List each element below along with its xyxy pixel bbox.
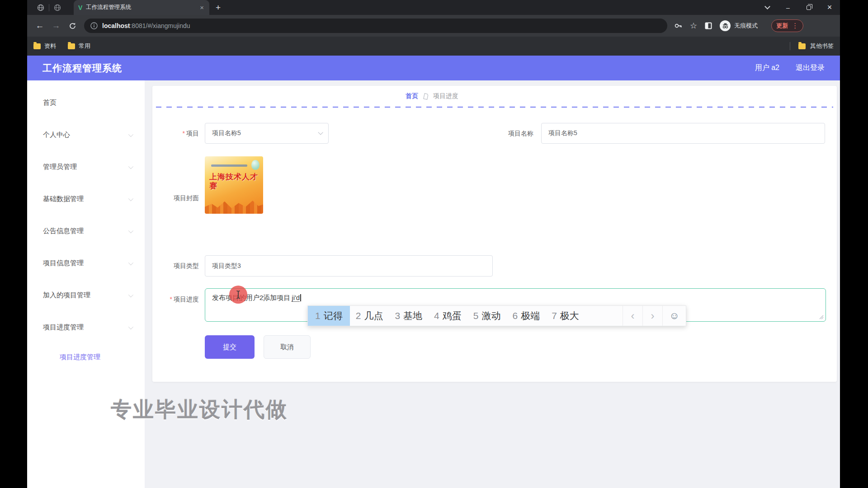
pinned-tab-1[interactable] [33, 0, 49, 15]
required-asterisk: * [183, 130, 185, 137]
candidate-word: 记得 [324, 310, 343, 322]
breadcrumb: 首页 项目进度 [406, 92, 458, 100]
cancel-button[interactable]: 取消 [264, 335, 311, 359]
ime-prev-page-button[interactable]: ‹ [623, 306, 642, 326]
restore-button[interactable] [798, 0, 819, 15]
info-icon [90, 22, 98, 29]
project-label: *项目 [152, 123, 199, 144]
back-button[interactable]: ← [32, 18, 48, 34]
other-bookmarks[interactable]: 其他书签 [790, 42, 834, 50]
sidebar-item-joined-project-mgmt[interactable]: 加入的项目管理 [27, 279, 145, 311]
vue-logo-icon: V [78, 4, 82, 11]
project-select[interactable]: 项目名称5 [205, 123, 329, 144]
active-tab[interactable]: V 工作流程管理系统 × [74, 0, 209, 15]
label-text: 项目名称 [508, 130, 533, 137]
chevron-icon [128, 324, 133, 329]
pinned-tab-2[interactable] [49, 0, 66, 15]
chevron-icon [128, 164, 133, 169]
candidate-word: 激动 [481, 310, 500, 322]
reload-button[interactable] [64, 18, 80, 34]
project-name-value: 项目名称5 [548, 129, 577, 137]
sidebar-item-project-info-mgmt[interactable]: 项目信息管理 [27, 247, 145, 279]
tab-search-button[interactable] [757, 0, 778, 15]
project-select-value: 项目名称5 [212, 129, 241, 137]
sidebar-item-label: 首页 [43, 99, 57, 107]
incognito-label: 无痕模式 [734, 22, 758, 30]
candidate-number: 3 [395, 310, 400, 321]
bookmark-label: 常用 [79, 42, 90, 50]
required-asterisk: * [170, 296, 172, 303]
forward-button[interactable]: → [48, 18, 64, 34]
ime-candidate-6[interactable]: 6极端 [506, 306, 546, 326]
bookmark-folder-1[interactable]: 资料 [33, 42, 56, 50]
candidate-number: 5 [473, 310, 479, 321]
ime-candidate-2[interactable]: 2几点 [350, 306, 389, 326]
ime-candidate-3[interactable]: 3基地 [389, 306, 428, 326]
candidate-word: 极大 [560, 310, 579, 322]
bookmark-star-icon[interactable]: ☆ [690, 21, 697, 31]
content-area: 首页 个人中心 管理员管理 基础数据管理 公告信息管理 项目信息管理 加入的项目… [27, 80, 840, 488]
sidebar-item-admin-mgmt[interactable]: 管理员管理 [27, 151, 145, 183]
bookmark-label: 资料 [44, 42, 56, 50]
type-label: 项目类型 [152, 255, 199, 277]
ime-next-page-button[interactable]: › [642, 306, 662, 326]
app-title: 工作流程管理系统 [42, 62, 122, 75]
close-button[interactable]: × [819, 0, 840, 15]
extension-icon[interactable] [704, 22, 712, 30]
form-card: 首页 项目进度 *项目 项目名称5 项目名称 [152, 86, 837, 382]
submit-button[interactable]: 提交 [205, 335, 255, 359]
sidebar-item-personal-center[interactable]: 个人中心 [27, 119, 145, 151]
sidebar-item-notice-mgmt[interactable]: 公告信息管理 [27, 215, 145, 247]
incognito-icon [720, 20, 731, 31]
ime-candidate-1[interactable]: 1记得 [308, 306, 350, 326]
main-panel: 首页 项目进度 *项目 项目名称5 项目名称 [145, 80, 840, 488]
app-header: 工作流程管理系统 用户 a2 退出登录 [27, 56, 840, 80]
minimize-button[interactable]: – [778, 0, 798, 15]
cover-decor [211, 164, 247, 167]
chevron-icon [128, 292, 133, 297]
sidebar-item-label: 个人中心 [43, 131, 70, 139]
chevron-icon [128, 228, 133, 233]
sidebar-item-label: 项目进度管理 [43, 323, 84, 332]
ime-composition-text: ji'd [292, 294, 300, 302]
menu-dots-icon[interactable]: ⋮ [792, 22, 798, 30]
candidate-number: 1 [315, 310, 321, 321]
bookmarks-bar: 资料 常用 其他书签 [27, 37, 840, 56]
globe-icon [37, 4, 44, 11]
ime-candidate-7[interactable]: 7极大 [546, 306, 585, 326]
ime-candidate-5[interactable]: 5激动 [467, 306, 507, 326]
key-icon[interactable] [674, 21, 683, 30]
ime-candidate-4[interactable]: 4鸡蛋 [428, 306, 467, 326]
balloon-decor [251, 160, 259, 170]
current-user[interactable]: 用户 a2 [755, 63, 779, 73]
sidebar-item-label: 加入的项目管理 [43, 291, 90, 300]
sidebar-subitem-project-progress[interactable]: 项目进度管理 [27, 343, 145, 371]
sidebar-item-label: 管理员管理 [43, 163, 77, 171]
divider [790, 42, 790, 50]
sidebar-item-home[interactable]: 首页 [27, 87, 145, 119]
other-bookmarks-label: 其他书签 [810, 42, 834, 50]
type-input[interactable]: 项目类型3 [205, 255, 493, 277]
breadcrumb-home-link[interactable]: 首页 [406, 92, 418, 100]
dashed-divider [156, 107, 833, 108]
folder-icon [798, 43, 806, 49]
new-tab-button[interactable]: + [216, 3, 221, 13]
project-name-input[interactable]: 项目名称5 [541, 123, 825, 144]
logout-button[interactable]: 退出登录 [796, 63, 825, 73]
url-bar[interactable]: localhost:8081/#/xiangmujindu [84, 19, 667, 33]
update-button[interactable]: 更新 ⋮ [771, 19, 803, 32]
bookmark-folder-2[interactable]: 常用 [68, 42, 90, 50]
chevron-icon [128, 260, 133, 265]
url-host: localhost [102, 22, 130, 29]
cursor-annotation [229, 286, 247, 304]
sidebar-item-project-progress-mgmt[interactable]: 项目进度管理 [27, 311, 145, 343]
tab-close-icon[interactable]: × [199, 4, 205, 11]
restore-icon [807, 5, 811, 10]
resize-handle-icon[interactable] [818, 314, 824, 319]
ime-emoji-button[interactable]: ☺ [662, 306, 686, 326]
skyline-decor [205, 198, 263, 214]
project-cover-image[interactable]: 上海技术人才赛 [205, 156, 263, 214]
breadcrumb-separator-icon [423, 93, 429, 100]
label-text: 项目封面 [174, 194, 199, 202]
sidebar-item-base-data-mgmt[interactable]: 基础数据管理 [27, 183, 145, 215]
